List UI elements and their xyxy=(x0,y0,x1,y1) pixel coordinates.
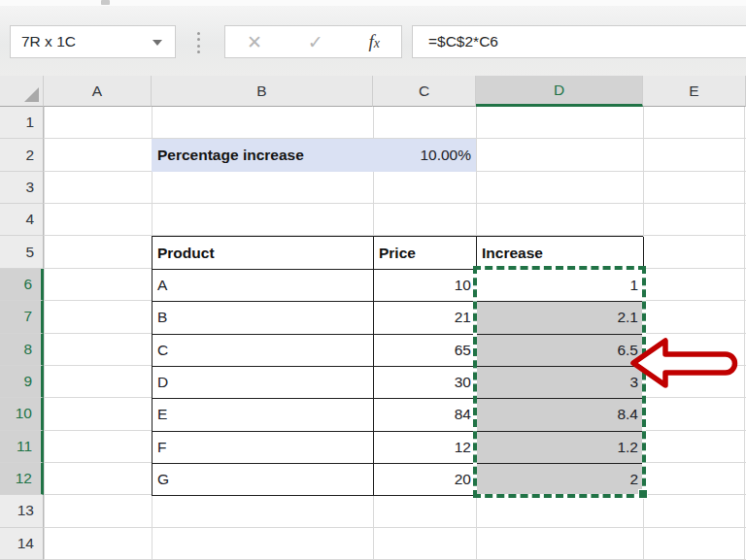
product-cell[interactable]: B xyxy=(153,302,374,334)
enter-icon[interactable]: ✓ xyxy=(308,33,323,51)
column-header-e[interactable]: E xyxy=(643,76,746,107)
row-header-8[interactable]: 8 xyxy=(0,334,44,366)
row-header-1[interactable]: 1 xyxy=(0,107,44,139)
price-cell[interactable]: 21 xyxy=(374,302,477,334)
price-cell[interactable]: 84 xyxy=(374,399,477,431)
row-header-11[interactable]: 11 xyxy=(0,431,44,463)
product-cell[interactable]: F xyxy=(153,432,374,464)
select-all-icon xyxy=(24,87,39,102)
product-cell[interactable]: C xyxy=(153,335,374,367)
product-cell[interactable]: G xyxy=(153,464,374,496)
cancel-icon[interactable]: ✕ xyxy=(247,33,262,51)
column-headers: A B C D E xyxy=(0,76,746,107)
row-header-4[interactable]: 4 xyxy=(0,204,44,236)
product-cell[interactable]: D xyxy=(153,367,374,399)
row-header-7[interactable]: 7 xyxy=(0,301,44,333)
ribbon-control-fragment xyxy=(101,0,110,5)
price-cell[interactable]: 20 xyxy=(374,464,477,496)
insert-function-icon[interactable]: fx xyxy=(369,31,381,52)
column-header-c[interactable]: C xyxy=(373,76,476,107)
price-cell[interactable]: 10 xyxy=(374,270,477,302)
formula-input[interactable]: =$C$2*C6 xyxy=(412,25,746,58)
worksheet-grid: A B C D E 1 2 3 4 5 6 7 8 9 10 11 12 13 … xyxy=(0,76,746,560)
select-all-corner[interactable] xyxy=(0,76,44,107)
red-arrow-icon xyxy=(627,336,746,390)
name-box-value: 7R x 1C xyxy=(21,33,76,50)
row-header-6[interactable]: 6 xyxy=(0,269,44,301)
column-header-b[interactable]: B xyxy=(152,76,373,107)
column-header-d[interactable]: D xyxy=(476,76,643,107)
table-header-price[interactable]: Price xyxy=(374,237,477,269)
selection-marquee xyxy=(473,266,646,498)
row-headers: 1 2 3 4 5 6 7 8 9 10 11 12 13 14 xyxy=(0,107,44,560)
price-cell[interactable]: 65 xyxy=(374,335,477,367)
formula-bar-separator[interactable] xyxy=(197,32,200,53)
row-header-2[interactable]: 2 xyxy=(0,139,44,171)
marching-ants-border xyxy=(473,266,646,498)
table-header-increase[interactable]: Increase xyxy=(477,237,644,269)
row-header-14[interactable]: 14 xyxy=(0,528,44,560)
formula-bar: 7R x 1C ✕ ✓ fx =$C$2*C6 xyxy=(0,6,746,76)
row-header-3[interactable]: 3 xyxy=(0,172,44,204)
row-header-12[interactable]: 12 xyxy=(0,463,44,495)
price-cell[interactable]: 12 xyxy=(374,432,477,464)
row-header-9[interactable]: 9 xyxy=(0,366,44,398)
name-box[interactable]: 7R x 1C xyxy=(10,25,176,58)
formula-bar-buttons: ✕ ✓ fx xyxy=(224,25,402,58)
name-box-dropdown-icon[interactable] xyxy=(153,40,162,46)
product-cell[interactable]: A xyxy=(153,270,374,302)
percentage-row: Percentage increase 10.00% xyxy=(152,139,476,171)
row-header-13[interactable]: 13 xyxy=(0,495,44,527)
percentage-value-cell[interactable]: 10.00% xyxy=(373,147,476,164)
row-header-5[interactable]: 5 xyxy=(0,236,44,268)
column-header-a[interactable]: A xyxy=(44,76,152,107)
row-header-10[interactable]: 10 xyxy=(0,398,44,430)
percentage-label-cell[interactable]: Percentage increase xyxy=(152,147,373,164)
formula-text: =$C$2*C6 xyxy=(428,33,498,50)
fill-handle[interactable] xyxy=(638,489,648,499)
table-header-product[interactable]: Product xyxy=(153,237,374,269)
price-cell[interactable]: 30 xyxy=(374,367,477,399)
product-cell[interactable]: E xyxy=(153,399,374,431)
excel-window: 7R x 1C ✕ ✓ fx =$C$2*C6 A B C D E 1 2 3 … xyxy=(0,0,746,560)
